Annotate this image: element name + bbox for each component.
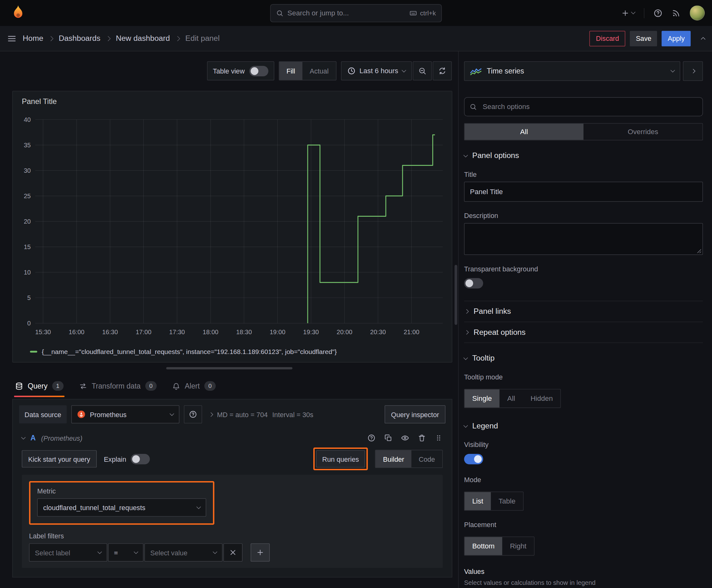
legend-mode-table[interactable]: Table — [491, 492, 523, 510]
svg-text:17:30: 17:30 — [169, 329, 185, 335]
query-help-button[interactable] — [367, 434, 375, 442]
chevron-down-icon — [196, 504, 201, 509]
options-collapse-button[interactable] — [683, 61, 703, 81]
table-view-toggle[interactable] — [249, 66, 268, 76]
legend-mode-list[interactable]: List — [465, 492, 491, 510]
collapse-controls-button[interactable] — [702, 36, 705, 41]
builder-mode[interactable]: Builder — [376, 450, 412, 467]
legend-visibility-toggle[interactable] — [464, 454, 483, 464]
svg-text:20:30: 20:30 — [370, 329, 386, 335]
svg-text:20: 20 — [24, 218, 31, 225]
refresh-icon — [438, 67, 447, 75]
add-filter-button[interactable] — [251, 543, 270, 562]
explain-toggle[interactable] — [131, 454, 150, 464]
tab-transform[interactable]: Transform data 0 — [78, 378, 157, 397]
actual-option[interactable]: Actual — [302, 62, 336, 80]
discard-button[interactable]: Discard — [589, 31, 625, 46]
legend-swatch — [30, 351, 37, 353]
options-search-input[interactable] — [464, 97, 703, 117]
label-filters-label: Label filters — [29, 532, 436, 540]
remove-query-button[interactable] — [418, 434, 426, 442]
search-shortcut: ctrl+k — [410, 9, 436, 17]
tooltip-mode-hidden[interactable]: Hidden — [523, 390, 560, 408]
panel-options-header[interactable]: Panel options — [464, 151, 703, 161]
kick-start-button[interactable]: Kick start your query — [22, 450, 96, 467]
query-options-toggle[interactable] — [209, 413, 213, 416]
query-inspector-button[interactable]: Query inspector — [385, 405, 446, 423]
tooltip-mode-single[interactable]: Single — [465, 390, 500, 408]
chevron-right-icon — [691, 69, 695, 73]
value-filter-select[interactable]: Select value — [145, 543, 222, 562]
metric-value: cloudflared_tunnel_total_requests — [43, 504, 192, 511]
main-scrollbar[interactable] — [455, 265, 457, 325]
drag-query-handle[interactable] — [434, 434, 443, 442]
repeat-options-section[interactable]: Repeat options — [464, 322, 703, 343]
timeseries-chart: 051015202530354015:3016:0016:3017:0017:3… — [17, 115, 446, 344]
close-icon — [229, 548, 237, 556]
transparent-background-toggle[interactable] — [464, 278, 483, 288]
help-button[interactable] — [653, 8, 662, 18]
datasource-select[interactable]: Prometheus — [71, 405, 179, 423]
panel-options-section: Panel options Title Description Transpar… — [464, 151, 703, 343]
keyboard-icon — [410, 9, 417, 17]
query-row-actions — [367, 434, 443, 442]
tab-query[interactable]: Query 1 — [14, 378, 64, 397]
run-queries-button[interactable]: Run queries — [316, 450, 365, 467]
copy-icon — [384, 434, 392, 442]
news-button[interactable] — [671, 8, 681, 18]
tooltip-header[interactable]: Tooltip — [464, 354, 703, 363]
duplicate-query-button[interactable] — [384, 434, 392, 442]
datasource-help-button[interactable] — [184, 405, 202, 423]
breadcrumb-home[interactable]: Home — [23, 34, 43, 43]
panel-actions: Discard Save Apply — [589, 31, 705, 46]
breadcrumb-edit-panel: Edit panel — [185, 34, 219, 43]
refresh-button[interactable] — [433, 61, 452, 80]
code-mode[interactable]: Code — [412, 450, 442, 467]
options-sidebar: Time series All Overrides Panel opt — [459, 51, 712, 588]
fill-option[interactable]: Fill — [279, 62, 302, 80]
datasource-label: Data source — [19, 405, 67, 423]
tab-alert-count: 0 — [204, 381, 216, 391]
transform-icon — [79, 382, 87, 390]
tab-all[interactable]: All — [465, 123, 584, 140]
legend-placement-bottom[interactable]: Bottom — [465, 537, 502, 555]
breadcrumb-new-dashboard[interactable]: New dashboard — [116, 34, 170, 43]
legend-placement-right[interactable]: Right — [502, 537, 534, 555]
query-editor: Data source Prometheus — [12, 399, 452, 577]
search-icon — [276, 9, 283, 17]
legend-values-field: Values Select values or calculations to … — [464, 568, 703, 586]
panel-resize-handle[interactable] — [166, 367, 292, 370]
user-avatar[interactable] — [690, 5, 705, 20]
time-range-picker[interactable]: Last 6 hours — [341, 61, 412, 80]
tab-overrides[interactable]: Overrides — [584, 123, 703, 140]
search-shortcut-label: ctrl+k — [420, 9, 436, 17]
tab-alert-label: Alert — [185, 382, 200, 390]
panel-title-input[interactable] — [464, 182, 703, 202]
metric-select[interactable]: cloudflared_tunnel_total_requests — [37, 499, 206, 517]
zoom-out-button[interactable] — [413, 61, 432, 80]
breadcrumb: Home Dashboards New dashboard Edit panel — [23, 34, 219, 43]
search-input[interactable] — [287, 9, 406, 17]
legend-header[interactable]: Legend — [464, 422, 703, 430]
tab-alert[interactable]: Alert 0 — [171, 378, 217, 397]
new-menu-button[interactable] — [621, 9, 635, 17]
tooltip-mode-all[interactable]: All — [499, 390, 523, 408]
disable-query-button[interactable] — [401, 434, 409, 442]
remove-filter-button[interactable] — [223, 543, 243, 562]
apply-button[interactable]: Apply — [662, 31, 691, 46]
visualization-picker[interactable]: Time series — [464, 61, 680, 81]
description-textarea[interactable] — [464, 223, 703, 255]
grafana-logo[interactable] — [9, 4, 27, 22]
label-filter-select[interactable]: Select label — [29, 543, 107, 562]
legend-label[interactable]: {__name__="cloudflared_tunnel_total_requ… — [42, 348, 337, 355]
save-button[interactable]: Save — [630, 31, 657, 46]
search-bar[interactable]: ctrl+k — [270, 4, 442, 22]
legend-mode-field: Mode List Table — [464, 476, 703, 510]
query-collapse-button[interactable] — [22, 437, 25, 439]
panel-links-section[interactable]: Panel links — [464, 301, 703, 322]
explain-label: Explain — [104, 455, 126, 463]
operator-select[interactable]: = — [108, 543, 144, 562]
breadcrumb-dashboards[interactable]: Dashboards — [59, 34, 101, 43]
chart-legend[interactable]: {__name__="cloudflared_tunnel_total_requ… — [30, 348, 337, 355]
menu-toggle-button[interactable] — [7, 34, 16, 43]
